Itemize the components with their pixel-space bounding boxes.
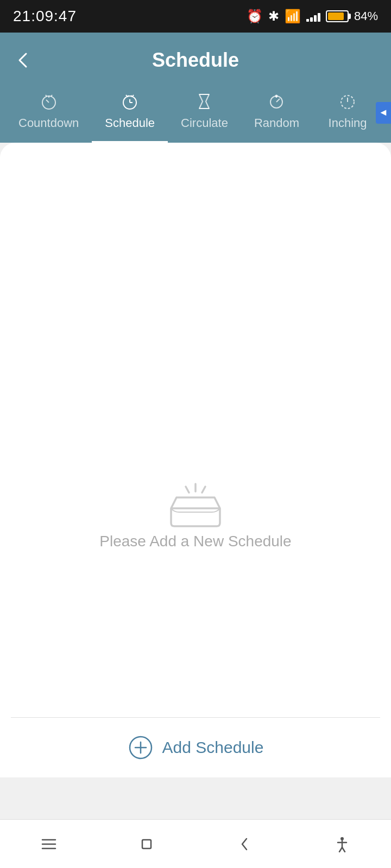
svg-rect-31 <box>142 840 151 848</box>
signal-icon <box>306 11 320 22</box>
tab-bar: Countdown Schedule <box>0 82 391 143</box>
empty-state: Please Add a New Schedule <box>0 251 391 777</box>
empty-text: Please Add a New Schedule <box>99 533 291 550</box>
tab-schedule-label: Schedule <box>105 116 155 130</box>
add-schedule-label: Add Schedule <box>162 738 264 757</box>
battery-icon <box>326 10 349 22</box>
wifi-icon: 📶 <box>285 9 301 24</box>
tab-countdown-label: Countdown <box>18 116 79 130</box>
svg-point-18 <box>276 95 278 97</box>
tab-countdown[interactable]: Countdown <box>5 82 92 143</box>
page-title: Schedule <box>152 49 239 72</box>
tab-inching-label: Inching <box>329 116 367 130</box>
back-button[interactable] <box>13 50 33 70</box>
scroll-right-arrow[interactable]: ◄ <box>376 102 391 124</box>
svg-line-17 <box>276 99 280 102</box>
battery-percent: 84% <box>354 9 378 23</box>
svg-line-35 <box>339 847 342 852</box>
status-bar: 21:09:47 ⏰ ✱ 📶 84% <box>0 0 391 33</box>
nav-home-button[interactable] <box>131 829 162 859</box>
tab-container: Countdown Schedule <box>0 82 391 143</box>
tab-random-label: Random <box>254 116 299 130</box>
tab-random[interactable]: Random <box>241 82 312 143</box>
bluetooth-icon: ✱ <box>268 9 279 24</box>
alarm-status-icon: ⏰ <box>247 9 263 24</box>
content-card: Please Add a New Schedule Add Schedule <box>0 143 391 777</box>
svg-line-4 <box>46 100 49 103</box>
tab-schedule[interactable]: Schedule <box>92 82 168 143</box>
tab-circulate[interactable]: Circulate <box>168 82 241 143</box>
header: Schedule Countdown <box>0 33 391 143</box>
nav-accessibility-button[interactable] <box>327 829 357 859</box>
tab-circulate-label: Circulate <box>181 116 228 130</box>
add-circle-icon <box>128 735 154 761</box>
empty-tray-icon <box>163 478 228 533</box>
nav-menu-button[interactable] <box>34 829 64 859</box>
tab-inching[interactable]: Inching <box>312 82 383 143</box>
add-schedule-button[interactable]: Add Schedule <box>128 735 264 761</box>
svg-line-36 <box>342 847 345 852</box>
status-icons: ⏰ ✱ 📶 84% <box>247 9 378 24</box>
svg-line-22 <box>186 487 189 493</box>
nav-back-button[interactable] <box>229 829 260 859</box>
svg-line-23 <box>202 487 205 493</box>
status-time: 21:09:47 <box>13 8 77 25</box>
add-button-row: Add Schedule <box>0 718 391 777</box>
bottom-nav <box>0 819 391 868</box>
